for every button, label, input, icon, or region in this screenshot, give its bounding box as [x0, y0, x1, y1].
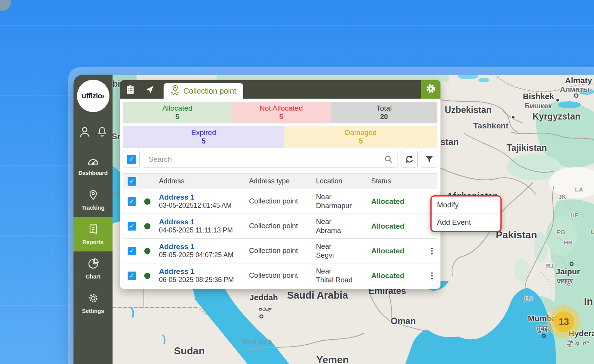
address-link[interactable]: Address 1	[159, 193, 244, 202]
panel-settings-button[interactable]	[421, 80, 440, 99]
col-header-address: Address	[154, 177, 244, 185]
stat-allocated: Allocated 5	[123, 102, 232, 123]
select-all-checkbox[interactable]: ✓	[127, 155, 136, 164]
app-window: biaSreeaAlmatyАлматыBishkekБишкекUzbekis…	[73, 75, 594, 364]
tab-collection-point[interactable]: Collection point	[164, 83, 243, 99]
clipboard-icon[interactable]	[126, 85, 135, 96]
sidebar: uffizio› Dashbo	[73, 75, 113, 364]
location-line1: Near	[316, 242, 367, 251]
row-menu-button[interactable]	[427, 248, 437, 255]
status-dot	[144, 223, 150, 229]
status-dot	[144, 198, 150, 205]
map-label: HP	[570, 212, 579, 218]
sidebar-item-label: Settings	[82, 308, 104, 314]
sidebar-item-label: Tracking	[82, 205, 105, 211]
address-link[interactable]: Address 1	[159, 217, 244, 227]
check-icon: ✓	[129, 223, 134, 229]
menu-item-modify[interactable]: Modify	[432, 197, 500, 214]
collection-point-panel: Collection point Allocated 5 Not Alloca	[120, 80, 440, 289]
sidebar-item-dashboard[interactable]: Dashboard	[73, 148, 113, 183]
refresh-button[interactable]	[401, 151, 418, 167]
sidebar-item-tracking[interactable]: Tracking	[73, 183, 113, 217]
panel-header: Collection point	[120, 80, 440, 99]
address-datetime: 06-05-2025 08:25:36 PM	[159, 276, 244, 284]
stat-value: 5	[279, 113, 283, 121]
map-label: Sudan	[174, 345, 205, 357]
col-header-address-type: Address type	[244, 177, 311, 185]
search-icon[interactable]	[384, 155, 393, 166]
sidebar-item-settings[interactable]: Settings	[73, 286, 113, 320]
map-label: मुंबई	[537, 325, 548, 333]
map-label: Red Sea	[243, 337, 272, 346]
stat-value: 5	[201, 137, 205, 145]
menu-item-add-event[interactable]: Add Event	[432, 214, 500, 231]
map-label: Pakistan	[496, 229, 537, 241]
stat-label: Allocated	[162, 104, 192, 113]
map-label: Bishkek	[523, 92, 554, 101]
location-line1: Near	[316, 217, 367, 226]
user-icon[interactable]	[78, 125, 91, 140]
map-label: Uzbekistan	[445, 105, 492, 115]
map-label: Kyrgyzstan	[533, 111, 580, 122]
filter-button[interactable]	[421, 151, 437, 167]
map-label: Jeddah	[249, 293, 278, 302]
table-row[interactable]: ✓ Address 104-05-2025 11:11:13 PM Collec…	[123, 214, 437, 239]
stat-damaged: Damaged 5	[284, 126, 437, 148]
tab-label: Collection point	[183, 87, 236, 96]
sidebar-item-reports[interactable]: Reports	[73, 217, 113, 251]
status-dot	[144, 248, 150, 254]
row-checkbox[interactable]: ✓	[128, 272, 136, 280]
map-label: Алматы	[560, 85, 589, 94]
map-label: جدة	[258, 304, 272, 313]
map-label: RJ	[546, 262, 554, 269]
row-checkbox[interactable]: ✓	[128, 247, 136, 255]
bell-icon[interactable]	[96, 126, 108, 140]
navigate-icon[interactable]	[145, 85, 155, 96]
address-type: Collection point	[244, 222, 311, 230]
gear-icon	[426, 84, 436, 95]
status-badge: Allocated	[367, 222, 427, 231]
map-label: Yemen	[316, 354, 349, 364]
map-label: JK	[558, 193, 566, 200]
row-menu-button[interactable]	[427, 272, 437, 279]
table-row[interactable]: ✓ Address 106-05-2025 08:25:36 PM Collec…	[123, 263, 437, 288]
location-line1: Near	[316, 267, 367, 275]
check-icon: ✓	[129, 178, 134, 185]
check-icon: ✓	[129, 198, 134, 205]
map-label: Oman	[391, 316, 416, 326]
search-input[interactable]	[143, 151, 398, 167]
sidebar-item-label: Chart	[86, 273, 101, 280]
stat-label: Damaged	[345, 128, 377, 137]
header-checkbox[interactable]: ✓	[128, 177, 136, 186]
map-label: Tashkent	[473, 121, 509, 130]
map-label: LA	[575, 186, 583, 193]
status-badge: Allocated	[367, 247, 427, 255]
check-icon: ✓	[129, 248, 134, 254]
stat-value: 20	[380, 113, 388, 121]
row-checkbox[interactable]: ✓	[128, 222, 136, 231]
status-dot	[144, 273, 150, 279]
corner-decoration	[0, 0, 11, 11]
sidebar-item-chart[interactable]: Chart	[73, 251, 113, 286]
logo-text: uffizio›	[82, 92, 104, 100]
select-all-toggle[interactable]: ✓	[123, 151, 140, 167]
sidebar-item-label: Dashboard	[79, 170, 108, 176]
map-label: U	[591, 229, 594, 235]
address-link[interactable]: Address 1	[159, 267, 244, 276]
map-label: Tajikistan	[507, 143, 547, 153]
tracking-icon	[88, 189, 99, 202]
cluster-count: 13	[553, 311, 574, 332]
map-cluster-marker[interactable]: 13	[547, 305, 580, 338]
status-badge: Allocated	[367, 272, 427, 280]
map-label: Бишкек	[524, 102, 552, 110]
map-label: HR	[564, 239, 573, 246]
map-label: PB	[557, 229, 565, 235]
col-header-status: Status	[367, 177, 427, 185]
row-checkbox[interactable]: ✓	[128, 197, 136, 206]
map-label: जयपुर	[557, 277, 573, 285]
table-row[interactable]: ✓ Address 103-05-202512:01:45 AM Collect…	[123, 189, 437, 214]
table-row[interactable]: ✓ Address 105-05-2025 04:07:25 AM Collec…	[123, 239, 437, 263]
stat-value: 5	[359, 137, 363, 145]
map-label: stan	[440, 137, 459, 147]
address-link[interactable]: Address 1	[159, 242, 244, 251]
